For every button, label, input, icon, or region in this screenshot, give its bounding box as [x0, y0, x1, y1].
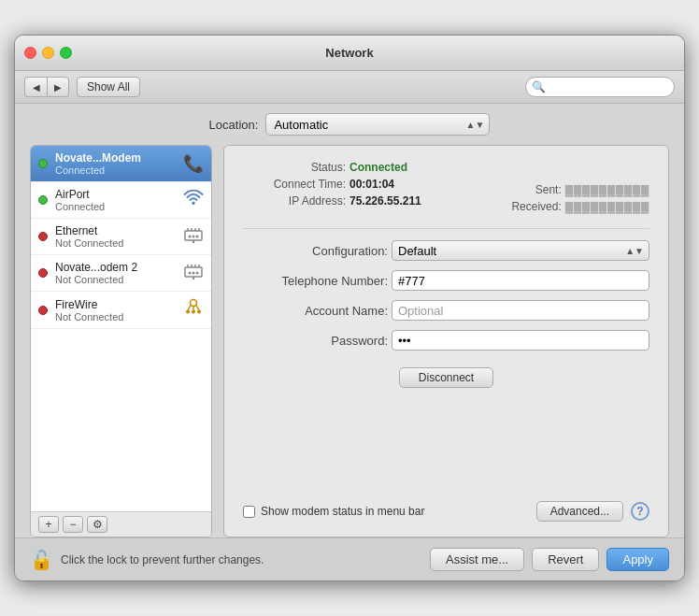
nav-buttons: ◀ ▶ — [24, 77, 69, 97]
sent-value: ▓▓▓▓▓▓▓▓▓▓ — [565, 184, 649, 195]
sidebar-item-novatemodem[interactable]: Novate...Modem Connected 📞 — [31, 146, 211, 182]
network-window: Network ◀ ▶ Show All 🔍 Location: Automat… — [14, 35, 685, 581]
item-status-airport: Connected — [55, 201, 176, 212]
item-status-novatemodem2: Not Connected — [55, 274, 176, 285]
location-select-wrapper: Automatic Home Work Edit Locations... ▲▼ — [265, 113, 490, 136]
bottom-bar: 🔓 Click the lock to prevent further chan… — [15, 537, 684, 580]
account-row: Account Name: — [243, 300, 649, 321]
configuration-row: Configuration: Default Custom ▲▼ — [243, 240, 649, 261]
item-status-ethernet: Not Connected — [55, 237, 176, 249]
connect-time-label: Connect Time: — [243, 178, 346, 191]
item-status-firewire: Not Connected — [55, 311, 176, 322]
connect-time-row: Connect Time: 00:01:04 — [243, 178, 496, 191]
status-dot-novatemodem2 — [38, 268, 48, 278]
maximize-button[interactable] — [60, 47, 72, 59]
detail-panel: Status: Connected Connect Time: 00:01:04… — [223, 145, 669, 537]
divider — [243, 228, 649, 229]
minimize-button[interactable] — [42, 47, 54, 59]
config-select-wrapper: Default Custom ▲▼ — [392, 240, 649, 261]
back-button[interactable]: ◀ — [24, 77, 47, 97]
search-icon: 🔍 — [532, 80, 546, 93]
item-name-firewire: FireWire — [55, 298, 176, 311]
apply-button[interactable]: Apply — [606, 548, 669, 571]
status-value: Connected — [350, 161, 407, 174]
disconnect-button[interactable]: Disconnect — [399, 367, 493, 388]
account-input[interactable] — [392, 300, 649, 321]
status-dot-airport — [38, 195, 48, 205]
received-label: Received: — [496, 200, 562, 213]
status-dot-green — [38, 159, 48, 168]
item-name-novatemodem: Novate...Modem — [55, 151, 176, 165]
lock-icon[interactable]: 🔓 — [30, 549, 53, 571]
status-dot-ethernet — [38, 232, 48, 241]
modem-icon: 📞 — [183, 153, 204, 174]
assist-me-button[interactable]: Assist me... — [430, 548, 524, 571]
traffic-lights — [24, 47, 72, 59]
sidebar: Novate...Modem Connected 📞 AirPort Conne… — [30, 145, 212, 537]
svg-line-21 — [196, 306, 199, 311]
status-info: Status: Connected Connect Time: 00:01:04… — [243, 161, 649, 213]
sent-row: Sent: ▓▓▓▓▓▓▓▓▓▓ — [496, 183, 649, 196]
password-label: Password: — [243, 334, 388, 348]
account-label: Account Name: — [243, 304, 388, 318]
item-name-ethernet: Ethernet — [55, 224, 176, 237]
status-row: Status: Connected — [243, 161, 496, 174]
search-container: 🔍 — [525, 77, 675, 97]
sent-label: Sent: — [496, 183, 562, 196]
titlebar: Network — [15, 36, 684, 71]
ip-row: IP Address: 75.226.55.211 — [243, 194, 496, 208]
show-modem-checkbox[interactable] — [243, 506, 255, 518]
location-bar: Location: Automatic Home Work Edit Locat… — [15, 104, 684, 145]
sidebar-item-ethernet[interactable]: Ethernet Not Connected — [31, 219, 211, 255]
connect-time-value: 00:01:04 — [350, 178, 394, 191]
search-input[interactable] — [525, 77, 675, 97]
show-modem-text: Show modem status in menu bar — [261, 505, 424, 518]
svg-point-0 — [193, 202, 195, 205]
show-modem-label[interactable]: Show modem status in menu bar — [243, 505, 424, 518]
add-button[interactable]: + — [38, 516, 59, 533]
received-value: ▓▓▓▓▓▓▓▓▓▓ — [565, 201, 649, 212]
telephone-label: Telephone Number: — [243, 274, 388, 288]
svg-point-8 — [193, 235, 195, 237]
svg-point-18 — [196, 271, 199, 274]
lock-text: Click the lock to prevent further change… — [61, 553, 422, 566]
sidebar-item-firewire[interactable]: FireWire Not Connected — [31, 292, 211, 329]
main-content: Novate...Modem Connected 📞 AirPort Conne… — [15, 145, 684, 537]
bottom-options: Show modem status in menu bar Advanced..… — [243, 501, 649, 522]
svg-point-23 — [186, 310, 190, 314]
received-row: Received: ▓▓▓▓▓▓▓▓▓▓ — [496, 200, 649, 213]
sidebar-item-airport[interactable]: AirPort Connected — [31, 182, 211, 219]
item-status-novatemodem: Connected — [55, 165, 176, 176]
configuration-label: Configuration: — [243, 244, 388, 258]
svg-line-20 — [188, 306, 191, 311]
svg-point-7 — [189, 235, 192, 237]
remove-button[interactable]: − — [63, 516, 83, 533]
svg-point-17 — [193, 271, 195, 274]
item-name-airport: AirPort — [55, 188, 176, 201]
status-label: Status: — [243, 161, 346, 174]
status-dot-firewire — [38, 306, 48, 315]
advanced-button[interactable]: Advanced... — [536, 501, 623, 522]
ip-value: 75.226.55.211 — [350, 194, 421, 208]
svg-point-19 — [191, 300, 197, 307]
revert-button[interactable]: Revert — [532, 548, 599, 571]
sidebar-list: Novate...Modem Connected 📞 AirPort Conne… — [31, 146, 211, 511]
help-button[interactable]: ? — [631, 502, 649, 521]
telephone-input[interactable] — [392, 270, 649, 291]
ethernet-icon — [183, 226, 204, 248]
close-button[interactable] — [24, 47, 36, 59]
wifi-icon — [183, 190, 204, 210]
sidebar-item-novatemodem2[interactable]: Novate...odem 2 Not Connected — [31, 255, 211, 292]
settings-button[interactable]: ⚙ — [87, 516, 107, 533]
location-select[interactable]: Automatic Home Work Edit Locations... — [265, 113, 490, 136]
configuration-select[interactable]: Default Custom — [392, 240, 649, 261]
ip-label: IP Address: — [243, 194, 346, 208]
svg-point-9 — [196, 235, 199, 237]
svg-point-24 — [197, 310, 201, 314]
forward-button[interactable]: ▶ — [47, 77, 69, 97]
toolbar: ◀ ▶ Show All 🔍 — [15, 71, 684, 104]
password-input[interactable] — [392, 330, 649, 351]
window-title: Network — [325, 46, 373, 60]
show-all-button[interactable]: Show All — [77, 77, 140, 97]
item-name-novatemodem2: Novate...odem 2 — [55, 261, 176, 274]
